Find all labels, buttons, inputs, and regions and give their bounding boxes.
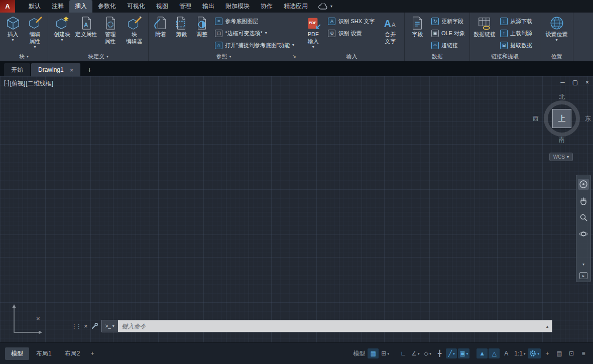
zoom-button[interactable] — [578, 212, 589, 223]
frames-button[interactable]: ▢ *边框可变选项* ▾ — [213, 27, 296, 39]
viewport-visual-style-control[interactable]: [二维线框] — [26, 79, 53, 88]
hyperlink-button[interactable]: ∞ 超链接 — [429, 39, 467, 51]
set-location-button[interactable]: 设置位置 ▾ — [543, 14, 570, 52]
panel-label-block-definition[interactable]: 块定义 ▾ — [48, 52, 148, 61]
dialog-launcher-icon[interactable]: ↘ — [292, 53, 296, 59]
edit-attributes-button[interactable]: 编辑 属性 ▾ — [25, 14, 45, 52]
viewcube-south[interactable]: 南 — [559, 136, 565, 144]
ribbon-tab-featured-apps[interactable]: 精选应用 — [278, 0, 313, 13]
recent-commands-icon[interactable]: ▴ — [543, 320, 552, 332]
adjust-button[interactable]: 调整 — [192, 14, 211, 52]
graphics-performance-button[interactable]: ▤ — [554, 348, 565, 358]
manage-attributes-button[interactable]: 管理 属性 — [99, 14, 122, 52]
isometric-drafting-toggle[interactable]: ◇▾ — [422, 348, 433, 358]
wcs-selector[interactable]: WCS ▾ — [549, 153, 573, 161]
viewcube-top-face[interactable]: 上 — [552, 109, 571, 128]
ribbon-tab-manage[interactable]: 管理 — [174, 0, 197, 13]
clip-button[interactable]: 剪裁 — [172, 14, 191, 52]
panel-label-block[interactable]: 块 ▾ — [0, 52, 48, 61]
start-tab[interactable]: 开始 — [4, 63, 30, 76]
ribbon-tab-parametric[interactable]: 参数化 — [92, 0, 122, 13]
drawing-area[interactable]: [-] [俯视] [二维线框] ─ ▢ × 北 南 西 东 上 WCS ▾ — [0, 76, 593, 342]
ole-object-button[interactable]: ▣ OLE 对象 — [429, 27, 467, 39]
recognition-settings-button[interactable]: ⊙ 识别 设置 — [326, 27, 377, 39]
upload-to-source-button[interactable]: ↑ 上载到源 — [498, 27, 534, 39]
workspace-switching-button[interactable]: ▾ — [528, 348, 541, 358]
extract-data-button[interactable]: ⊞ 提取数据 — [498, 39, 534, 51]
annotation-scale-value[interactable]: 1:1▾ — [513, 348, 527, 358]
autocad-logo-icon[interactable]: A — [0, 0, 15, 13]
combine-text-button[interactable]: AA 合并 文字 — [379, 14, 402, 52]
data-link-button[interactable]: 数据链接 — [472, 14, 497, 52]
update-fields-button[interactable]: ↻ 更新字段 — [429, 15, 467, 27]
command-input-box: >_ ▾ ▴ — [101, 320, 552, 332]
viewcube[interactable]: 北 南 西 东 上 — [538, 94, 586, 143]
navigation-wheel-button[interactable] — [578, 179, 589, 190]
new-drawing-button[interactable]: + — [87, 66, 91, 74]
command-input[interactable] — [118, 320, 543, 332]
snap-to-underlays-button[interactable]: ∩ 打开"捕捉到参考底图"功能 ▾ — [213, 39, 296, 51]
cloud-menu-button[interactable]: ▾ — [313, 0, 337, 13]
ribbon-tab-view[interactable]: 视图 — [151, 0, 174, 13]
viewport-menu-control[interactable]: [-] — [4, 79, 10, 88]
panel-label-linking[interactable]: 链接和提取 — [470, 52, 540, 61]
annotation-visibility-toggle[interactable]: ▲ — [477, 348, 488, 358]
showmotion-button[interactable]: ▸ — [579, 272, 587, 279]
grid-toggle[interactable]: ▦ — [368, 348, 379, 358]
autoscale-toggle[interactable]: △ — [489, 348, 500, 358]
new-layout-button[interactable]: + — [87, 348, 97, 359]
panel-label-location[interactable]: 位置 — [540, 52, 573, 61]
clean-screen-toggle[interactable]: ⊡ — [566, 348, 577, 358]
viewcube-north[interactable]: 北 — [559, 93, 565, 101]
minimize-icon[interactable]: ─ — [560, 79, 565, 86]
attach-button[interactable]: 附着 — [151, 14, 170, 52]
ribbon-tab-visualize[interactable]: 可视化 — [122, 0, 151, 13]
ribbon-tab-addins[interactable]: 附加模块 — [220, 0, 255, 13]
chevron-down-icon: ▾ — [312, 45, 314, 49]
polar-tracking-toggle[interactable]: ∠▾ — [410, 348, 421, 358]
block-editor-button[interactable]: 块 编辑器 — [123, 14, 146, 52]
ribbon-tab-annotate[interactable]: 注释 — [46, 0, 69, 13]
navbar-more-icon[interactable]: ▾ — [582, 262, 584, 267]
object-snap-tracking-toggle[interactable]: ╋ — [434, 348, 445, 358]
define-attributes-button[interactable]: A 定义属性 — [75, 14, 97, 52]
ribbon-tab-collaborate[interactable]: 协作 — [255, 0, 278, 13]
pdf-import-button[interactable]: PDF PDF 输入 ▾ — [302, 14, 324, 52]
command-prompt-chip[interactable]: >_ ▾ — [102, 320, 118, 332]
drawing1-tab[interactable]: Drawing1 × — [31, 63, 80, 76]
osnap-2d-toggle[interactable]: ╱▾ — [446, 348, 457, 358]
pan-button[interactable] — [578, 195, 589, 206]
download-from-source-button[interactable]: ↓ 从源下载 — [498, 15, 534, 27]
command-line-grip[interactable]: ⋮⋮ — [71, 323, 80, 330]
ribbon-tab-output[interactable]: 输出 — [197, 0, 220, 13]
viewport-view-control[interactable]: [俯视] — [10, 79, 26, 88]
create-block-button[interactable]: 创建块 ▾ — [51, 14, 73, 52]
osnap-3d-toggle[interactable]: ▣▾ — [458, 348, 469, 358]
close-tab-icon[interactable]: × — [70, 66, 74, 74]
model-space-toggle[interactable]: 模型 — [351, 348, 367, 358]
orbit-button[interactable] — [578, 228, 589, 239]
annotation-monitor-toggle[interactable]: + — [542, 348, 553, 358]
model-tab[interactable]: 模型 — [5, 347, 29, 360]
field-button[interactable]: 字段 — [407, 14, 428, 52]
command-line-customize-icon[interactable] — [91, 323, 98, 329]
panel-label-reference[interactable]: 参照 ▾ ↘ — [149, 52, 299, 61]
recognize-shx-text-button[interactable]: A 识别 SHX 文字 — [326, 15, 377, 27]
annotation-scale-icon-button[interactable]: A — [501, 348, 512, 358]
layout1-tab[interactable]: 布局1 — [30, 347, 58, 360]
panel-label-import[interactable]: 输入 — [299, 52, 404, 61]
viewcube-east[interactable]: 东 — [585, 114, 591, 123]
close-icon[interactable]: × — [585, 79, 589, 86]
command-line-close-icon[interactable]: × — [84, 322, 88, 330]
restore-icon[interactable]: ▢ — [572, 79, 578, 86]
ribbon-tab-insert[interactable]: 插入 — [69, 0, 92, 13]
layout2-tab[interactable]: 布局2 — [59, 347, 86, 360]
ortho-toggle[interactable]: ∟ — [398, 348, 409, 358]
snap-mode-toggle[interactable]: ⊞▾ — [380, 348, 391, 358]
viewcube-west[interactable]: 西 — [533, 114, 539, 123]
panel-label-data[interactable]: 数据 — [405, 52, 469, 61]
ribbon-tab-default[interactable]: 默认 — [23, 0, 46, 13]
underlay-layers-button[interactable]: ≡ 参考底图图层 — [213, 15, 296, 27]
insert-block-button[interactable]: 插入 ▾ — [3, 14, 23, 52]
customize-button[interactable]: ≡ — [578, 348, 589, 358]
